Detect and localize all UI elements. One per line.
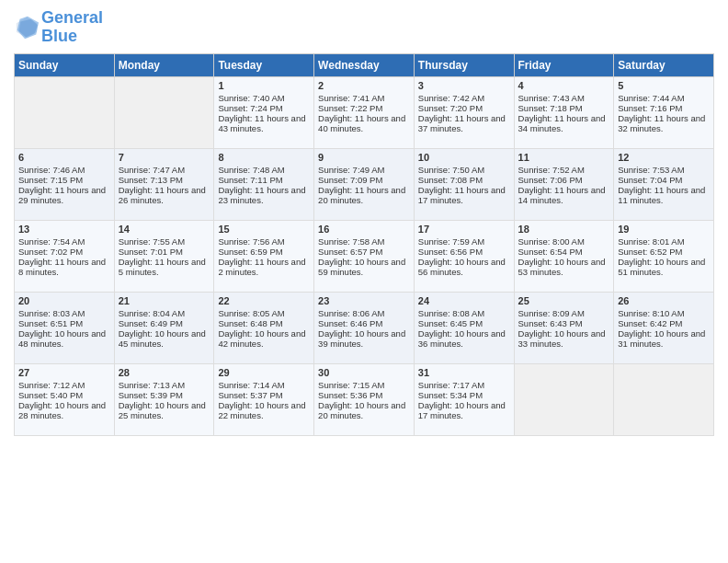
day-header-sunday: Sunday xyxy=(15,53,115,76)
calendar-cell: 12Sunrise: 7:53 AMSunset: 7:04 PMDayligh… xyxy=(614,148,714,220)
week-row-5: 27Sunrise: 7:12 AMSunset: 5:40 PMDayligh… xyxy=(15,363,714,435)
calendar-cell: 17Sunrise: 7:59 AMSunset: 6:56 PMDayligh… xyxy=(414,220,514,292)
day-info: Sunrise: 7:14 AM xyxy=(218,380,310,390)
day-info: Daylight: 10 hours and 53 minutes. xyxy=(518,257,610,277)
day-info: Sunset: 6:49 PM xyxy=(119,318,210,328)
day-number: 23 xyxy=(318,295,410,306)
day-info: Sunset: 7:09 PM xyxy=(318,175,410,185)
day-info: Daylight: 10 hours and 39 minutes. xyxy=(318,328,410,349)
calendar-cell: 29Sunrise: 7:14 AMSunset: 5:37 PMDayligh… xyxy=(214,363,314,435)
day-header-thursday: Thursday xyxy=(414,53,514,76)
day-info: Sunset: 6:57 PM xyxy=(318,247,410,257)
calendar-cell: 30Sunrise: 7:15 AMSunset: 5:36 PMDayligh… xyxy=(314,363,415,435)
calendar-cell: 16Sunrise: 7:58 AMSunset: 6:57 PMDayligh… xyxy=(314,220,415,292)
day-info: Daylight: 11 hours and 2 minutes. xyxy=(218,257,310,277)
day-number: 7 xyxy=(119,152,210,163)
day-info: Sunset: 7:04 PM xyxy=(618,175,710,185)
day-info: Daylight: 11 hours and 23 minutes. xyxy=(218,185,310,205)
day-info: Daylight: 10 hours and 31 minutes. xyxy=(618,328,710,349)
day-info: Sunrise: 7:47 AM xyxy=(119,165,210,175)
calendar-cell: 7Sunrise: 7:47 AMSunset: 7:13 PMDaylight… xyxy=(114,148,214,220)
day-info: Sunset: 6:51 PM xyxy=(18,318,110,328)
day-info: Sunset: 7:24 PM xyxy=(218,103,310,113)
day-info: Sunrise: 7:48 AM xyxy=(218,165,310,175)
day-number: 27 xyxy=(18,367,110,378)
day-number: 1 xyxy=(218,80,310,91)
day-info: Sunset: 7:20 PM xyxy=(418,103,510,113)
day-number: 6 xyxy=(18,152,110,163)
calendar-cell: 28Sunrise: 7:13 AMSunset: 5:39 PMDayligh… xyxy=(114,363,214,435)
day-info: Sunset: 6:48 PM xyxy=(218,318,310,328)
day-header-saturday: Saturday xyxy=(614,53,714,76)
calendar-cell: 14Sunrise: 7:55 AMSunset: 7:01 PMDayligh… xyxy=(114,220,214,292)
day-info: Sunrise: 7:15 AM xyxy=(318,380,410,390)
day-number: 12 xyxy=(618,152,710,163)
calendar-cell: 24Sunrise: 8:08 AMSunset: 6:45 PMDayligh… xyxy=(414,292,514,363)
day-info: Sunset: 6:56 PM xyxy=(418,247,510,257)
day-info: Sunset: 5:40 PM xyxy=(18,390,110,400)
day-info: Sunrise: 7:12 AM xyxy=(18,380,110,390)
day-header-wednesday: Wednesday xyxy=(314,53,415,76)
day-info: Sunrise: 7:13 AM xyxy=(119,380,210,390)
day-number: 15 xyxy=(218,224,310,235)
day-number: 8 xyxy=(218,152,310,163)
day-number: 24 xyxy=(418,295,510,306)
logo-icon xyxy=(14,15,40,40)
day-info: Sunrise: 8:08 AM xyxy=(418,308,510,318)
day-info: Sunset: 7:18 PM xyxy=(518,103,610,113)
day-number: 11 xyxy=(518,152,610,163)
calendar-cell: 27Sunrise: 7:12 AMSunset: 5:40 PMDayligh… xyxy=(15,363,115,435)
day-header-friday: Friday xyxy=(514,53,614,76)
day-number: 28 xyxy=(119,367,210,378)
day-info: Sunrise: 7:54 AM xyxy=(18,236,110,247)
calendar-cell: 2Sunrise: 7:41 AMSunset: 7:22 PMDaylight… xyxy=(314,76,415,148)
day-info: Daylight: 11 hours and 5 minutes. xyxy=(119,257,210,277)
day-info: Sunrise: 7:50 AM xyxy=(418,165,510,175)
calendar-cell: 13Sunrise: 7:54 AMSunset: 7:02 PMDayligh… xyxy=(15,220,115,292)
day-info: Daylight: 10 hours and 59 minutes. xyxy=(318,257,410,277)
day-info: Sunset: 7:11 PM xyxy=(218,175,310,185)
calendar-cell: 15Sunrise: 7:56 AMSunset: 6:59 PMDayligh… xyxy=(214,220,314,292)
day-info: Daylight: 11 hours and 37 minutes. xyxy=(418,113,510,133)
day-info: Sunrise: 8:06 AM xyxy=(318,308,410,318)
day-info: Daylight: 11 hours and 11 minutes. xyxy=(618,185,710,205)
day-info: Sunset: 7:16 PM xyxy=(618,103,710,113)
day-number: 30 xyxy=(318,367,410,378)
week-row-3: 13Sunrise: 7:54 AMSunset: 7:02 PMDayligh… xyxy=(15,220,714,292)
calendar-cell: 21Sunrise: 8:04 AMSunset: 6:49 PMDayligh… xyxy=(114,292,214,363)
calendar-cell xyxy=(614,363,714,435)
day-number: 13 xyxy=(18,224,110,235)
calendar-cell: 25Sunrise: 8:09 AMSunset: 6:43 PMDayligh… xyxy=(514,292,614,363)
day-number: 3 xyxy=(418,80,510,91)
calendar-cell: 9Sunrise: 7:49 AMSunset: 7:09 PMDaylight… xyxy=(314,148,415,220)
day-info: Sunset: 7:22 PM xyxy=(318,103,410,113)
day-info: Sunrise: 8:10 AM xyxy=(618,308,710,318)
day-header-tuesday: Tuesday xyxy=(214,53,314,76)
day-number: 31 xyxy=(418,367,510,378)
day-info: Sunrise: 7:58 AM xyxy=(318,236,410,247)
day-info: Daylight: 10 hours and 56 minutes. xyxy=(418,257,510,277)
day-info: Sunrise: 7:17 AM xyxy=(418,380,510,390)
day-number: 2 xyxy=(318,80,410,91)
day-info: Daylight: 11 hours and 17 minutes. xyxy=(418,185,510,205)
page-container: General Blue SundayMondayTuesdayWednesda… xyxy=(0,0,728,445)
day-info: Sunset: 7:15 PM xyxy=(18,175,110,185)
day-info: Daylight: 10 hours and 28 minutes. xyxy=(18,400,110,420)
day-info: Sunrise: 7:52 AM xyxy=(518,165,610,175)
day-number: 14 xyxy=(119,224,210,235)
calendar-cell: 6Sunrise: 7:46 AMSunset: 7:15 PMDaylight… xyxy=(15,148,115,220)
day-number: 18 xyxy=(518,224,610,235)
day-info: Daylight: 11 hours and 20 minutes. xyxy=(318,185,410,205)
day-info: Sunrise: 8:04 AM xyxy=(119,308,210,318)
day-info: Sunset: 6:46 PM xyxy=(318,318,410,328)
day-info: Daylight: 10 hours and 22 minutes. xyxy=(218,400,310,420)
logo-text: General Blue xyxy=(41,9,103,46)
day-info: Daylight: 11 hours and 26 minutes. xyxy=(119,185,210,205)
calendar-cell: 8Sunrise: 7:48 AMSunset: 7:11 PMDaylight… xyxy=(214,148,314,220)
day-info: Sunset: 6:43 PM xyxy=(518,318,610,328)
day-info: Sunset: 5:36 PM xyxy=(318,390,410,400)
calendar-cell: 20Sunrise: 8:03 AMSunset: 6:51 PMDayligh… xyxy=(15,292,115,363)
day-info: Sunrise: 8:05 AM xyxy=(218,308,310,318)
calendar-cell: 11Sunrise: 7:52 AMSunset: 7:06 PMDayligh… xyxy=(514,148,614,220)
day-number: 16 xyxy=(318,224,410,235)
